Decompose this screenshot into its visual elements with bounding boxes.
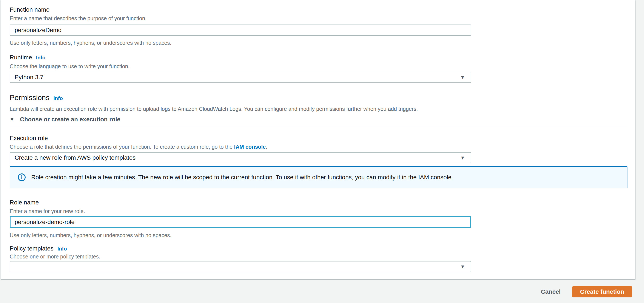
iam-console-link[interactable]: IAM console bbox=[234, 144, 266, 150]
function-name-helper: Use only letters, numbers, hyphens, or u… bbox=[10, 40, 635, 46]
policy-templates-label: Policy templates Info bbox=[10, 245, 635, 252]
execution-role-collapsible-toggle[interactable]: ▼ Choose or create an execution role bbox=[10, 116, 635, 123]
execution-role-description-prefix: Choose a role that defines the permissio… bbox=[10, 144, 234, 150]
function-name-label-text: Function name bbox=[10, 6, 50, 13]
footer-action-bar: Cancel Create function bbox=[541, 286, 632, 297]
role-name-description: Enter a name for your new role. bbox=[10, 208, 635, 214]
role-name-label: Role name bbox=[10, 199, 635, 206]
permissions-heading: Permissions Info bbox=[10, 93, 635, 103]
section-divider bbox=[10, 126, 628, 126]
form-content: Function name Enter a name that describe… bbox=[1, 0, 635, 272]
function-name-description: Enter a name that describes the purpose … bbox=[10, 15, 635, 22]
role-name-input-wrap bbox=[10, 216, 635, 228]
runtime-label-text: Runtime bbox=[10, 54, 32, 61]
permissions-description: Lambda will create an execution role wit… bbox=[10, 106, 635, 112]
execution-role-description: Choose a role that defines the permissio… bbox=[10, 144, 635, 150]
chevron-down-icon: ▼ bbox=[460, 155, 465, 161]
role-name-helper: Use only letters, numbers, hyphens, or u… bbox=[10, 232, 635, 238]
role-creation-alert-text: Role creation might take a few minutes. … bbox=[31, 174, 453, 181]
execution-role-select-value: Create a new role from AWS policy templa… bbox=[15, 154, 136, 161]
execution-role-description-suffix: . bbox=[266, 144, 267, 150]
execution-role-label: Execution role bbox=[10, 135, 635, 142]
policy-templates-info-link[interactable]: Info bbox=[58, 245, 67, 252]
function-name-label: Function name bbox=[10, 6, 635, 13]
policy-templates-select[interactable]: ▼ bbox=[10, 261, 471, 272]
policy-templates-description: Choose one or more policy templates. bbox=[10, 253, 635, 260]
runtime-label: Runtime Info bbox=[10, 54, 635, 61]
runtime-select-value: Python 3.7 bbox=[15, 74, 44, 81]
info-circle-icon: i bbox=[18, 173, 26, 181]
create-function-button[interactable]: Create function bbox=[572, 286, 632, 297]
chevron-down-icon: ▼ bbox=[460, 264, 465, 270]
role-creation-info-alert: i Role creation might take a few minutes… bbox=[10, 166, 628, 188]
create-function-form-card: Function name Enter a name that describe… bbox=[1, 0, 636, 279]
execution-role-select[interactable]: Create a new role from AWS policy templa… bbox=[10, 152, 471, 163]
runtime-select[interactable]: Python 3.7 ▼ bbox=[10, 72, 471, 83]
runtime-description: Choose the language to use to write your… bbox=[10, 63, 635, 70]
execution-role-label-text: Execution role bbox=[10, 135, 48, 142]
chevron-down-icon: ▼ bbox=[460, 75, 465, 80]
function-name-input[interactable] bbox=[10, 25, 471, 36]
role-name-label-text: Role name bbox=[10, 199, 39, 206]
collapse-triangle-icon: ▼ bbox=[10, 117, 14, 122]
role-name-input[interactable] bbox=[10, 216, 471, 228]
permissions-heading-text: Permissions bbox=[10, 93, 50, 102]
cancel-button[interactable]: Cancel bbox=[541, 288, 561, 295]
collapsible-label: Choose or create an execution role bbox=[20, 116, 120, 123]
runtime-info-link[interactable]: Info bbox=[36, 54, 46, 61]
permissions-info-link[interactable]: Info bbox=[53, 94, 63, 103]
policy-templates-label-text: Policy templates bbox=[10, 245, 54, 252]
